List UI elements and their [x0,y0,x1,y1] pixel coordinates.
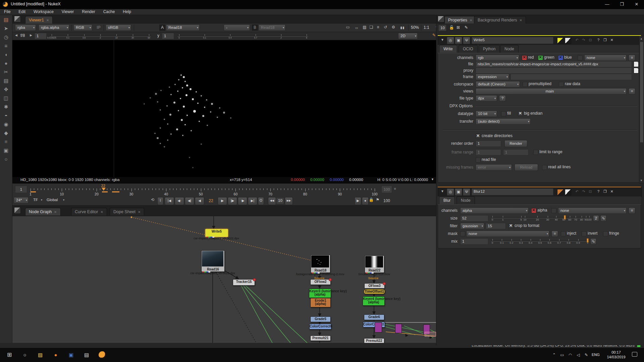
menu-workspace[interactable]: Workspace [30,9,58,14]
proxy-mode-icon[interactable]: ▭ [353,25,360,31]
help-icon[interactable]: ? [595,188,602,195]
render-button[interactable]: Render [504,140,527,147]
clock[interactable]: 00:17 14/03/2019 [604,350,628,359]
mix-slider[interactable]: 00.10.20.30.40.50.60.70.80.91 [491,238,589,243]
time-node-icon[interactable]: ◷ [2,33,10,41]
tab-dope-sheet[interactable]: Dope Sheet✕ [110,208,144,216]
monitor-node-icon[interactable]: ▣ [455,188,462,196]
invert-checkbox[interactable] [582,231,587,236]
next-keyframe-button[interactable]: ·▶ [238,197,247,205]
extra-channel-checkbox[interactable] [578,55,583,60]
pen-icon[interactable]: ✎ [582,351,590,359]
red-checkbox[interactable] [522,55,527,60]
fstop-label[interactable]: f/8 [20,33,25,38]
battery-icon[interactable]: ▭ [558,351,566,359]
tab-background-renders[interactable]: Background Renders✕ [474,16,526,24]
channels-select[interactable]: rgb [476,55,519,61]
datatype-select[interactable]: 10 bit [476,111,497,117]
node-oflow2[interactable]: OFlow2 [310,279,331,285]
viewer-mode-select[interactable]: 2D [398,33,418,39]
node-write5[interactable]: Write5 [205,229,228,237]
filter-quality-field[interactable]: 15 [486,223,506,229]
write5-scrollbar[interactable]: ▲ ▼ [639,36,644,183]
max-panels-field[interactable]: 10 [438,25,446,31]
keyer-node-icon[interactable]: ✂ [2,68,10,76]
wifi-icon[interactable]: ◠ [566,351,574,359]
close-tab-icon[interactable]: ✕ [54,210,57,214]
read-file-checkbox[interactable] [476,158,481,163]
play-forward-button[interactable]: ▶ [218,197,227,205]
3d-node-icon[interactable]: ◫ [2,94,10,102]
tab-blur[interactable]: Blur [439,196,455,204]
step-back-button[interactable]: ◀| [185,197,194,205]
pane-menu-icon[interactable] [438,16,444,22]
write5-name-field[interactable]: Write5 [472,37,553,44]
create-directories-checkbox[interactable] [476,134,481,139]
file-explorer-icon[interactable]: ▨ [36,351,44,359]
mix-curve-button[interactable]: ∿ [590,238,596,245]
tab-curve-editor[interactable]: Curve Editor✕ [71,208,107,216]
edit-panels-icon[interactable]: ✎ [465,25,468,30]
roi-icon[interactable]: ⚙ [390,25,397,29]
record-button[interactable]: ● [362,197,369,205]
pane-menu-icon[interactable] [14,16,21,22]
menu-render[interactable]: Render [78,9,99,14]
mask-equals-button[interactable]: = [551,231,558,237]
fill-checkbox[interactable] [501,111,506,116]
close-panel-icon[interactable]: ✕ [608,188,615,195]
monitor-node-icon[interactable]: ▣ [455,37,462,44]
nuke-app-icon[interactable] [99,351,106,359]
mask-checkbox[interactable] [460,231,465,236]
views-select[interactable]: main [476,88,627,95]
frame-mode-select[interactable]: expression [476,74,509,80]
search-icon[interactable]: ○ [21,351,29,359]
menu-help[interactable]: Help [119,9,135,14]
reload-button[interactable]: Reload [515,164,538,171]
node-premult22[interactable]: Premult22 [364,338,384,343]
premultiplied-checkbox[interactable] [523,82,528,87]
prev-keyframe-button[interactable]: ◀· [175,197,184,205]
input-b-select[interactable]: Read18 [259,24,285,31]
float-panel-icon[interactable]: ❐ [602,188,608,195]
blur12-name-field[interactable]: Blur12 [472,188,553,195]
slider-handle[interactable] [587,238,589,243]
blur-filter-select[interactable]: gaussian [460,223,484,229]
checkerboard-icon[interactable]: ▨ [361,25,368,29]
alpha-layer-select[interactable]: rgba.alpha [39,24,69,31]
playhead-marker[interactable] [102,188,106,191]
close-button[interactable]: ✕ [629,0,644,9]
gain-prev-icon[interactable]: ◀ [15,34,17,37]
gl-color-swatch[interactable] [565,189,571,195]
node-read16[interactable]: Read16 [201,250,225,272]
tray-expand-icon[interactable]: ⌃ [550,351,558,359]
wrench-icon[interactable]: Ψ [463,37,470,44]
collapse-panel-icon[interactable]: ▼ [441,189,444,193]
close-panel-icon[interactable]: ✕ [608,37,615,44]
infobar-caret-icon[interactable]: ▼ [431,178,434,181]
gamma-value[interactable]: 1 [162,33,174,39]
frame-expression-field[interactable] [511,74,632,80]
deep-node-icon[interactable]: ◓ [2,112,10,120]
node-premult21[interactable]: Premult21 [310,336,331,341]
blur-channels-select[interactable]: alpha [460,207,529,214]
language-indicator[interactable]: ENG [592,353,600,357]
node-mini-transform-1[interactable] [375,322,382,333]
start-button[interactable]: ⊞ [5,351,13,359]
node-color-swatch[interactable] [557,38,564,44]
gain-value[interactable]: 1 [35,33,47,39]
file-type-help-button[interactable]: ? [499,95,506,102]
play-backward-button[interactable]: ◀ [195,197,204,205]
merge-node-icon[interactable]: ▤ [2,77,10,85]
close-tab-icon[interactable]: ✕ [138,210,141,214]
gamma-slider[interactable]: 00.10.40.725 [177,34,308,38]
alpha-checkbox[interactable] [531,208,536,213]
jump-forward-button[interactable]: ▶▶ [285,197,293,205]
draw-node-icon[interactable]: ➤ [2,24,10,33]
input-process-toggle[interactable]: IP [94,24,103,31]
frame-ruler[interactable]: 110203040506070809010022 [12,185,408,196]
clear-panels-icon[interactable]: ⊠ [457,25,460,30]
other-node-icon[interactable]: ○ [2,155,10,163]
close-tab-icon[interactable]: ✕ [100,210,103,214]
tab-properties[interactable]: Properties✕ [444,16,476,24]
node-graph[interactable]: Write5car-impact_rotopaint_v5.0022.dpxRe… [12,216,436,343]
